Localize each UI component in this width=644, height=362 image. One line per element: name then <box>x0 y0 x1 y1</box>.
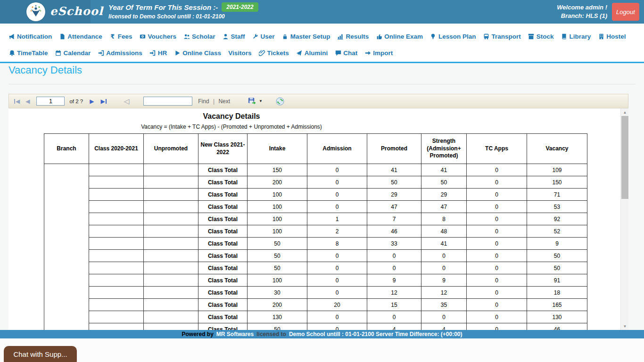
nav-item-fees[interactable]: ₹Fees <box>109 33 132 40</box>
table-header-row: BranchClass 2020-2021UnpromotedNew Class… <box>44 134 587 164</box>
value-cell: 9 <box>421 274 467 287</box>
megaphone-icon <box>8 33 15 40</box>
page-number-input[interactable] <box>36 97 65 106</box>
nav-item-label: Import <box>373 49 393 57</box>
unpromoted-cell <box>144 299 198 311</box>
value-cell: 0 <box>467 274 527 287</box>
nav-item-stock[interactable]: Stock <box>528 33 554 40</box>
value-cell: 46 <box>527 323 587 330</box>
nav-item-calendar[interactable]: Calendar <box>55 49 91 57</box>
value-cell: 0 <box>421 250 467 262</box>
value-cell: 12 <box>367 287 421 299</box>
scroll-down-icon[interactable]: ▼ <box>621 322 628 330</box>
class-cell <box>89 311 144 323</box>
export-dropdown-caret[interactable]: ▼ <box>259 99 263 103</box>
bottom-area <box>0 338 644 362</box>
report-title: Vacancy Details <box>8 112 454 121</box>
nav-item-hr[interactable]: HR <box>149 49 167 57</box>
branch-text: Branch: HLS (1) <box>557 12 607 20</box>
nav-item-online-exam[interactable]: Online Exam <box>376 33 423 40</box>
nav-item-master-setup[interactable]: Master Setup <box>282 33 330 40</box>
unpromoted-cell <box>144 274 198 287</box>
chat-with-support-button[interactable]: Chat with Supp... <box>4 346 77 362</box>
value-cell: 50 <box>248 323 307 330</box>
value-cell: 50 <box>248 250 307 262</box>
col-header-promoted: Promoted <box>367 134 421 164</box>
last-page-button[interactable]: ▶ <box>100 99 107 104</box>
nav-item-results[interactable]: Results <box>337 33 369 40</box>
calendar-icon <box>55 49 62 56</box>
nav-item-alumini[interactable]: Alumini <box>296 49 328 57</box>
nav-item-admissions[interactable]: Admissions <box>98 49 142 57</box>
nav-item-online-class[interactable]: Online Class <box>174 49 221 57</box>
nav-item-label: Notification <box>17 33 52 40</box>
refresh-icon[interactable] <box>276 97 284 106</box>
class-total-cell: Class Total <box>198 323 248 330</box>
value-cell: 29 <box>421 189 467 201</box>
nav-item-label: Online Class <box>182 49 221 57</box>
nav-item-chat[interactable]: Chat <box>335 49 357 57</box>
nav-item-import[interactable]: Import <box>364 49 393 57</box>
find-text-input[interactable] <box>143 97 192 106</box>
scrollbar-thumb[interactable] <box>621 116 628 199</box>
nav-item-notification[interactable]: Notification <box>8 33 52 40</box>
vendor-link[interactable]: MR Softwares <box>216 331 254 337</box>
class-cell <box>89 164 144 176</box>
nav-item-hostel[interactable]: Hostel <box>598 33 626 40</box>
find-link[interactable]: Find <box>198 98 209 105</box>
unpromoted-cell <box>144 225 198 238</box>
nav-item-transport[interactable]: Transport <box>483 33 521 40</box>
table-row: Class Total50044046 <box>44 323 587 330</box>
bell-icon <box>8 49 15 56</box>
play-icon <box>174 49 181 56</box>
sign-in-icon <box>149 49 156 56</box>
value-cell: 12 <box>421 287 467 299</box>
nav-item-visitors[interactable]: Visitors <box>228 49 251 57</box>
nav-item-user[interactable]: User <box>252 33 275 40</box>
class-cell <box>89 176 144 189</box>
nav-item-label: Visitors <box>228 49 251 57</box>
previous-page-button[interactable]: ◀ <box>25 99 30 104</box>
nav-item-lesson-plan[interactable]: Lesson Plan <box>430 33 476 40</box>
session-label: Year Of Term For This Session :- <box>108 3 218 11</box>
value-cell: 33 <box>367 238 421 250</box>
license-text: licensed to Demo School untill : 01-01-2… <box>108 13 258 20</box>
class-total-cell: Class Total <box>198 164 248 176</box>
vertical-scrollbar[interactable]: ▲ ▼ <box>620 108 628 330</box>
value-cell: 0 <box>367 262 421 274</box>
scroll-up-icon[interactable]: ▲ <box>621 108 628 116</box>
nav-item-label: Library <box>570 33 591 40</box>
nav-item-staff[interactable]: Staff <box>223 33 245 40</box>
logout-button[interactable]: Logout <box>612 3 639 21</box>
nav-item-library[interactable]: Library <box>561 33 591 40</box>
value-cell: 0 <box>467 164 527 176</box>
nav-item-timetable[interactable]: TimeTable <box>8 49 48 57</box>
value-cell: 0 <box>307 164 367 176</box>
export-save-icon[interactable] <box>248 97 257 106</box>
value-cell: 50 <box>527 250 587 262</box>
value-cell: 0 <box>307 274 367 287</box>
powered-by-text: Powered by <box>182 331 214 337</box>
value-cell: 41 <box>421 238 467 250</box>
nav-item-vouchers[interactable]: Vouchers <box>140 33 177 40</box>
next-page-button[interactable]: ▶ <box>90 99 94 104</box>
paper-plane-icon <box>296 49 303 56</box>
nav-item-tickets[interactable]: Tickets <box>258 49 289 57</box>
nav-item-attendance[interactable]: Attendance <box>59 33 102 40</box>
value-cell: 47 <box>367 201 421 213</box>
nav-item-label: Fees <box>118 33 132 40</box>
value-cell: 0 <box>367 250 421 262</box>
value-cell: 50 <box>367 176 421 189</box>
class-cell <box>89 274 144 287</box>
brand-name: eSchool <box>50 4 103 18</box>
class-total-cell: Class Total <box>198 176 248 189</box>
find-next-link[interactable]: Next <box>218 98 230 105</box>
class-total-cell: Class Total <box>198 225 248 238</box>
back-to-parent-icon[interactable]: ◁ <box>124 97 130 106</box>
nav-item-scholar[interactable]: Scholar <box>183 33 215 40</box>
report-formula-subtitle: Vacancy = (Intake + TC Apps) - (Promoted… <box>8 123 454 130</box>
first-page-button[interactable]: ◀ <box>14 99 20 104</box>
thumbs-up-icon <box>376 33 382 40</box>
nav-item-label: Stock <box>537 33 554 40</box>
class-total-cell: Class Total <box>198 299 248 311</box>
